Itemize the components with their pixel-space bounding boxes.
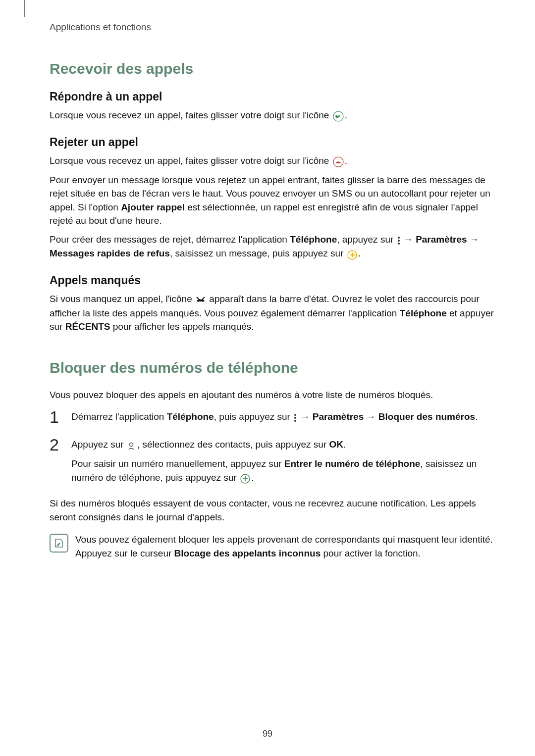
paragraph: Appuyez sur , sélectionnez des contacts,… <box>71 438 499 452</box>
text: Appuyez sur <box>71 439 126 450</box>
text: . <box>345 110 347 120</box>
add-plus-icon <box>240 471 250 485</box>
page-tab-mark <box>24 0 25 17</box>
section-title-bloquer: Bloquer des numéros de téléphone <box>50 359 499 376</box>
breadcrumb: Applications et fonctions <box>50 22 499 33</box>
text: , puis appuyez sur <box>214 411 293 422</box>
svg-point-11 <box>129 443 133 446</box>
note-block: Vous pouvez également bloquer les appels… <box>50 533 499 560</box>
step-body: Démarrez l'application Téléphone, puis a… <box>71 408 499 429</box>
step-body: Appuyez sur , sélectionnez des contacts,… <box>71 436 499 490</box>
paragraph: Lorsque vous recevez un appel, faites gl… <box>50 154 499 168</box>
text: → <box>401 234 416 245</box>
text: , appuyez sur <box>337 234 396 245</box>
paragraph: Pour saisir un numéro manuellement, appu… <box>71 457 499 485</box>
text-bold: Téléphone <box>167 411 214 422</box>
svg-point-4 <box>398 243 400 245</box>
text: , saisissez un message, puis appuyez sur <box>170 248 346 258</box>
text-bold: Messages rapides de refus <box>50 248 170 258</box>
text-bold: Ajouter rappel <box>121 202 185 212</box>
paragraph: Pour créer des messages de rejet, démarr… <box>50 233 499 261</box>
more-options-icon <box>397 233 400 247</box>
text: → <box>467 234 479 245</box>
text: . <box>343 439 346 450</box>
add-plus-icon <box>347 248 357 261</box>
text-bold: Téléphone <box>400 308 447 318</box>
text: . <box>475 411 478 422</box>
text: . <box>358 248 361 258</box>
text: Pour saisir un numéro manuellement, appu… <box>71 458 284 469</box>
paragraph: Si des numéros bloqués essayent de vous … <box>50 497 499 524</box>
paragraph: Lorsque vous recevez un appel, faites gl… <box>50 108 499 123</box>
text-bold: Paramètres <box>416 234 467 245</box>
text: Lorsque vous recevez un appel, faites gl… <box>50 110 332 120</box>
paragraph: Démarrez l'application Téléphone, puis a… <box>71 410 499 424</box>
text: . <box>251 472 254 483</box>
text-bold: Entrer le numéro de téléphone <box>284 458 421 469</box>
svg-point-3 <box>398 240 400 242</box>
text: → <box>364 411 378 422</box>
steps-list: 1 Démarrez l'application Téléphone, puis… <box>50 408 499 490</box>
step-number: 1 <box>50 408 71 426</box>
missed-call-icon <box>196 293 206 306</box>
subheading-rejeter: Rejeter un appel <box>50 136 499 149</box>
text: pour afficher les appels manqués. <box>110 321 254 332</box>
text: Si vous manquez un appel, l'icône <box>50 294 195 304</box>
text: Lorsque vous recevez un appel, faites gl… <box>50 155 332 166</box>
text-bold: Bloquer des numéros <box>378 411 475 422</box>
text: pour activer la fonction. <box>321 548 421 558</box>
text-bold: Téléphone <box>290 234 337 245</box>
paragraph: Vous pouvez bloquer des appels en ajouta… <box>50 388 499 402</box>
note-body: Vous pouvez également bloquer les appels… <box>75 533 499 560</box>
page-number: 99 <box>0 729 535 739</box>
svg-point-10 <box>294 420 296 422</box>
note-icon <box>50 534 68 553</box>
svg-point-9 <box>294 417 296 419</box>
paragraph: Si vous manquez un appel, l'icône appara… <box>50 292 499 334</box>
page-content: Applications et fonctions Recevoir des a… <box>0 0 535 560</box>
step-2: 2 Appuyez sur , sélectionnez des contact… <box>50 436 499 490</box>
text-bold: OK <box>329 439 344 450</box>
more-options-icon <box>294 410 297 424</box>
contacts-search-icon <box>127 439 136 453</box>
subheading-repondre: Répondre à un appel <box>50 90 499 103</box>
section-title-recevoir: Recevoir des appels <box>50 60 499 77</box>
svg-point-8 <box>294 414 296 416</box>
text-bold: Blocage des appelants inconnus <box>174 548 321 558</box>
answer-call-icon <box>333 109 344 123</box>
svg-point-2 <box>398 237 400 239</box>
step-1: 1 Démarrez l'application Téléphone, puis… <box>50 408 499 429</box>
text: → <box>298 411 313 422</box>
subheading-manques: Appels manqués <box>50 274 499 287</box>
step-number: 2 <box>50 436 71 454</box>
text: Démarrez l'application <box>71 411 167 422</box>
text-bold: RÉCENTS <box>65 321 110 332</box>
text: , sélectionnez des contacts, puis appuye… <box>137 439 329 450</box>
reject-call-icon <box>333 154 344 168</box>
text: Pour créer des messages de rejet, démarr… <box>50 234 290 245</box>
text: . <box>345 155 347 166</box>
text-bold: Paramètres <box>313 411 364 422</box>
paragraph: Pour envoyer un message lorsque vous rej… <box>50 173 499 228</box>
